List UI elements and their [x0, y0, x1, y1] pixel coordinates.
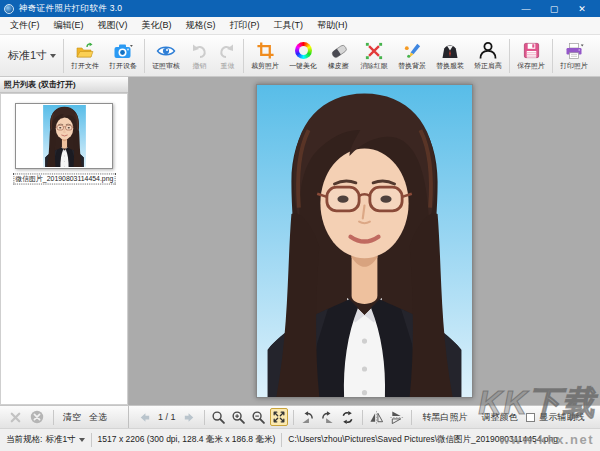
chevron-down-icon — [50, 54, 56, 58]
separator — [293, 410, 294, 425]
toolbar-separator — [552, 39, 553, 73]
separator — [362, 410, 363, 425]
menu-item-help[interactable]: 帮助(H) — [310, 19, 355, 32]
rotate-left-button[interactable] — [299, 408, 317, 426]
eraser-icon — [329, 40, 349, 61]
separator — [411, 410, 412, 425]
rotate-left-icon — [300, 410, 315, 425]
thumbnail-portrait — [43, 105, 86, 167]
photo-review-label: 证照审核 — [152, 61, 180, 70]
zoom-tool-button[interactable] — [210, 408, 228, 426]
separator — [53, 410, 54, 425]
rotate-right-icon — [320, 410, 335, 425]
eraser-button[interactable]: 橡皮擦 — [322, 36, 355, 76]
list-actions: 清空 全选 — [0, 406, 129, 428]
prev-photo-button[interactable] — [135, 408, 153, 426]
open-file-label: 打开文件 — [71, 61, 99, 70]
replace-clothes-button[interactable]: 替换服装 — [431, 36, 469, 76]
status-spec-dropdown[interactable]: 当前规格: 标准1寸 — [6, 434, 85, 446]
x-icon — [9, 411, 22, 424]
show-guides-checkbox[interactable] — [526, 413, 535, 422]
menubar: 文件(F) 编辑(E) 视图(V) 美化(B) 规格(S) 打印(P) 工具(T… — [0, 17, 600, 35]
menu-item-beautify[interactable]: 美化(B) — [135, 19, 179, 32]
crop-icon — [256, 40, 275, 61]
menu-item-view[interactable]: 视图(V) — [91, 19, 135, 32]
flip-vertical-button[interactable] — [388, 408, 406, 426]
replace-background-button[interactable]: 替换背景 — [393, 36, 431, 76]
rotate-right-button[interactable] — [319, 408, 337, 426]
menu-item-file[interactable]: 文件(F) — [3, 19, 47, 32]
separator — [91, 433, 92, 447]
undo-label: 撤销 — [192, 61, 206, 70]
beautify-label: 一键美化 — [289, 61, 317, 70]
rotate-180-button[interactable] — [339, 408, 357, 426]
clear-list-button[interactable]: 清空 — [61, 411, 83, 424]
save-button[interactable]: 保存照片 — [512, 36, 550, 76]
zoom-in-icon — [231, 410, 246, 425]
print-button[interactable]: 打印照片 — [555, 36, 593, 76]
zoom-out-icon — [251, 410, 266, 425]
remove-redeye-button[interactable]: 消除红眼 — [355, 36, 393, 76]
remove-all-button[interactable] — [28, 408, 46, 426]
magnifier-icon — [211, 410, 226, 425]
undo-button[interactable]: 撤销 — [185, 36, 213, 76]
arrow-left-icon — [137, 410, 152, 425]
undo-icon — [189, 40, 209, 61]
open-device-button[interactable]: 打开设备 — [104, 36, 142, 76]
select-all-button[interactable]: 全选 — [87, 411, 109, 424]
separator — [204, 410, 205, 425]
flip-horizontal-icon — [369, 410, 384, 425]
bw-convert-button[interactable]: 转黑白照片 — [417, 411, 474, 424]
photo-list[interactable]: 微信图片_20190803114454.png — [0, 93, 128, 405]
photo-review-button[interactable]: 证照审核 — [147, 36, 185, 76]
menu-item-tools[interactable]: 工具(T) — [267, 19, 311, 32]
preset-label: 标准1寸 — [8, 48, 47, 63]
rotate-cycle-icon — [340, 410, 355, 425]
status-file-path: C:\Users\zhou\Pictures\Saved Pictures\微信… — [288, 434, 558, 446]
beautify-button[interactable]: 一键美化 — [284, 36, 322, 76]
main-area: 照片列表 (双击打开) 微信图片_20190803114454.png — [0, 77, 600, 405]
status-spec-label: 当前规格: — [6, 434, 42, 446]
canvas[interactable] — [129, 77, 600, 405]
menu-item-spec[interactable]: 规格(S) — [179, 19, 223, 32]
redo-icon — [217, 40, 237, 61]
fix-shoulders-button[interactable]: 矫正肩高 — [469, 36, 507, 76]
eraser-label: 橡皮擦 — [328, 61, 349, 70]
flip-vertical-icon — [389, 410, 404, 425]
next-photo-button[interactable] — [181, 408, 199, 426]
eye-icon — [156, 40, 176, 61]
portrait-art — [257, 85, 472, 397]
portrait-photo[interactable] — [256, 84, 473, 398]
zoom-out-button[interactable] — [250, 408, 268, 426]
chevron-down-icon — [79, 438, 85, 442]
close-button[interactable]: ✕ — [568, 0, 596, 17]
preset-dropdown[interactable]: 标准1寸 — [2, 38, 61, 74]
flip-horizontal-button[interactable] — [368, 408, 386, 426]
app-window: 神奇证件照片打印软件 3.0 — ▢ ✕ 文件(F) 编辑(E) 视图(V) 美… — [0, 0, 600, 451]
photo-filename[interactable]: 微信图片_20190803114454.png — [13, 173, 115, 184]
minimize-button[interactable]: — — [512, 0, 540, 17]
redo-label: 重做 — [220, 61, 234, 70]
photo-list-panel: 照片列表 (双击打开) 微信图片_20190803114454.png — [0, 77, 129, 405]
crop-button[interactable]: 裁剪照片 — [246, 36, 284, 76]
menu-item-edit[interactable]: 编辑(E) — [47, 19, 91, 32]
redo-button[interactable]: 重做 — [213, 36, 241, 76]
adjust-color-button[interactable]: 调整颜色 — [476, 411, 524, 424]
open-file-button[interactable]: 打开文件 — [66, 36, 104, 76]
zoom-in-button[interactable] — [230, 408, 248, 426]
floppy-icon — [522, 40, 541, 61]
menu-item-print[interactable]: 打印(P) — [223, 19, 267, 32]
separator — [281, 433, 282, 447]
photo-thumbnail[interactable] — [15, 103, 113, 169]
maximize-button[interactable]: ▢ — [540, 0, 568, 17]
delete-photo-button[interactable] — [6, 408, 24, 426]
app-icon — [4, 4, 14, 14]
fit-screen-button[interactable] — [270, 408, 288, 426]
viewer-controls: 1 / 1 — [129, 406, 600, 428]
arrow-right-icon — [182, 410, 197, 425]
statusbar: 当前规格: 标准1寸 1517 x 2206 (300 dpi, 128.4 毫… — [0, 428, 600, 451]
photo-list-header: 照片列表 (双击打开) — [0, 77, 128, 93]
fix-shoulders-label: 矫正肩高 — [474, 61, 502, 70]
open-device-label: 打开设备 — [109, 61, 137, 70]
fit-screen-icon — [272, 410, 286, 424]
